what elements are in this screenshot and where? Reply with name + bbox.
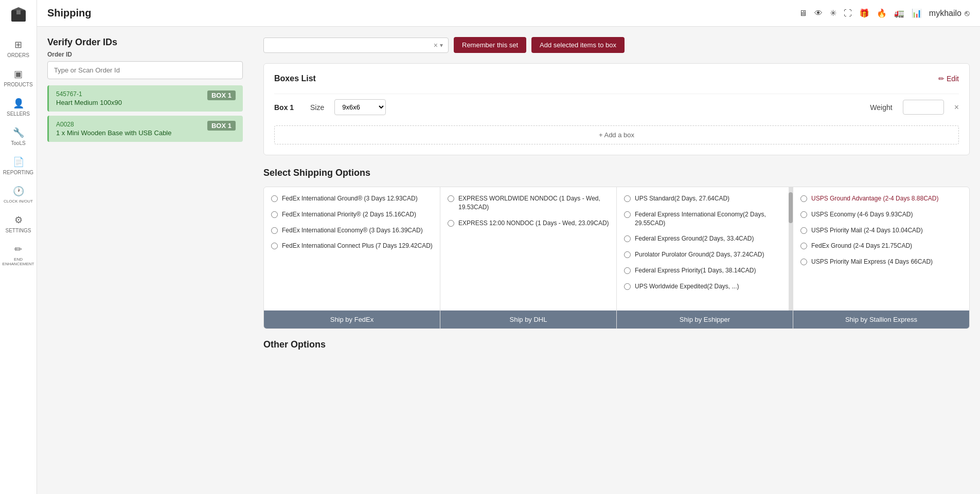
add-box-button[interactable]: + Add a box: [274, 125, 959, 144]
stallion-option-3-label: USPS Priority Mail (2-4 Days 10.04CAD): [811, 226, 923, 235]
order-id-input[interactable]: [47, 61, 243, 79]
sidebar-item-clock-label: CLOCK IN/OUT: [4, 199, 33, 204]
fedex-option-4-label: FedEx International Connect Plus (7 Days…: [282, 242, 433, 250]
monitor-icon[interactable]: 🖥: [799, 9, 807, 18]
products-icon: ▣: [14, 68, 23, 80]
eshipper-scrollbar[interactable]: [789, 187, 793, 310]
box-size-selector[interactable]: 9x6x6 × ▾: [263, 38, 449, 53]
ship-by-dhl-button[interactable]: Ship by DHL: [440, 310, 616, 328]
eshipper-option-3-radio[interactable]: [624, 235, 631, 242]
dhl-column: EXPRESS WORLDWIDE NONDOC (1 Days - Wed, …: [440, 187, 617, 328]
sidebar-item-reporting[interactable]: 📄 REPORTING: [0, 151, 37, 180]
sidebar-item-end-enhancement-label: END ENHANCEMENT: [0, 257, 37, 267]
stallion-option-3-radio[interactable]: [800, 227, 807, 234]
clear-box-icon[interactable]: ×: [434, 41, 438, 49]
eshipper-option-5-radio[interactable]: [624, 267, 631, 274]
box-size-input[interactable]: 9x6x6: [269, 41, 434, 49]
remove-box-button[interactable]: ×: [954, 103, 959, 112]
shipping-option[interactable]: UPS Standard(2 Days, 27.64CAD): [624, 194, 781, 203]
ship-by-fedex-button[interactable]: Ship by FedEx: [264, 310, 440, 328]
fedex-options-list: FedEx International Ground® (3 Days 12.9…: [264, 187, 440, 310]
sidebar: ⊞ ORDERS ▣ PRODUCTS 👤 SELLERS 🔧 TooLS 📄 …: [0, 0, 37, 494]
dhl-option-2-radio[interactable]: [448, 220, 454, 227]
box-weight-input[interactable]: 3.10: [903, 100, 944, 115]
sidebar-item-orders[interactable]: ⊞ ORDERS: [0, 34, 37, 63]
shipping-option[interactable]: FedEx International Economy® (3 Days 16.…: [271, 226, 433, 235]
logout-icon[interactable]: ⎋: [965, 9, 970, 18]
eshipper-option-4-radio[interactable]: [624, 251, 631, 258]
shipping-option[interactable]: USPS Priority Mail Express (4 Days 66CAD…: [800, 258, 962, 266]
order-id-label: Order ID: [47, 51, 243, 58]
order-card: A0028 1 x Mini Wooden Base with USB Cabl…: [47, 116, 243, 142]
add-to-box-button[interactable]: Add selected items to box: [531, 37, 625, 53]
user-menu[interactable]: mykhailo ⎋: [929, 9, 970, 18]
expand-icon[interactable]: ⛶: [844, 9, 852, 18]
stallion-option-2-radio[interactable]: [800, 211, 807, 218]
eshipper-option-5-label: Federal Express Priority(1 Days, 38.14CA…: [635, 266, 756, 275]
eshipper-option-3-label: Federal Express Ground(2 Days, 33.4CAD): [635, 234, 754, 243]
eshipper-option-6-label: UPS Worldwide Expedited(2 Days, ...): [635, 282, 739, 291]
shipping-option[interactable]: Federal Express Ground(2 Days, 33.4CAD): [624, 234, 781, 243]
sidebar-item-tools[interactable]: 🔧 TooLS: [0, 122, 37, 151]
box-icon[interactable]: 🎁: [859, 8, 869, 18]
fedex-option-3-radio[interactable]: [271, 227, 278, 234]
header-toolbar: 🖥 👁 ✳ ⛶ 🎁 🔥 🚛 📊 mykhailo ⎋: [799, 8, 970, 18]
main-container: Shipping 🖥 👁 ✳ ⛶ 🎁 🔥 🚛 📊 mykhailo ⎋ Veri…: [37, 0, 980, 494]
fedex-option-1-label: FedEx International Ground® (3 Days 12.9…: [282, 194, 418, 203]
order-card-box: BOX 1: [207, 121, 236, 131]
edit-button[interactable]: ✏ Edit: [938, 75, 959, 83]
eshipper-option-2-radio[interactable]: [624, 211, 631, 218]
ship-by-stallion-button[interactable]: Ship by Stallion Express: [793, 310, 969, 328]
chevron-down-icon[interactable]: ▾: [440, 42, 443, 49]
order-card: 545767-1 Heart Medium 100x90 BOX 1: [47, 85, 243, 112]
stallion-column: USPS Ground Advantage (2-4 Days 8.88CAD)…: [793, 187, 969, 328]
box-selector-bar: 9x6x6 × ▾ Remember this set Add selected…: [263, 37, 970, 53]
truck-icon[interactable]: 🚛: [894, 8, 904, 18]
shipping-option[interactable]: EXPRESS 12:00 NONDOC (1 Days - Wed, 23.0…: [448, 219, 609, 228]
eye-icon[interactable]: 👁: [814, 9, 823, 18]
stallion-option-1-radio[interactable]: [800, 195, 807, 202]
asterisk-icon[interactable]: ✳: [830, 8, 836, 18]
right-panel: 9x6x6 × ▾ Remember this set Add selected…: [253, 27, 980, 494]
dhl-option-1-label: EXPRESS WORLDWIDE NONDOC (1 Days - Wed, …: [458, 194, 609, 212]
dhl-option-1-radio[interactable]: [448, 195, 454, 202]
sidebar-item-products[interactable]: ▣ PRODUCTS: [0, 63, 37, 93]
eshipper-option-1-radio[interactable]: [624, 195, 631, 202]
eshipper-option-6-radio[interactable]: [624, 283, 631, 290]
sidebar-item-clock[interactable]: 🕐 CLOCK IN/OUT: [0, 180, 37, 209]
box-size-dropdown[interactable]: 9x6x6 8x6x4 10x8x6: [334, 99, 386, 115]
boxes-card-header: Boxes List ✏ Edit: [274, 74, 959, 83]
shipping-option[interactable]: Federal Express International Economy(2 …: [624, 210, 781, 228]
shipping-option[interactable]: EXPRESS WORLDWIDE NONDOC (1 Days - Wed, …: [448, 194, 609, 212]
shipping-option[interactable]: FedEx Ground (2-4 Days 21.75CAD): [800, 242, 962, 250]
stallion-option-5-radio[interactable]: [800, 259, 807, 265]
sidebar-item-sellers[interactable]: 👤 SELLERS: [0, 93, 37, 122]
verify-orders-title: Verify Order IDs: [47, 37, 243, 48]
ship-by-eshipper-button[interactable]: Ship by Eshipper: [617, 310, 793, 328]
shipping-option[interactable]: USPS Priority Mail (2-4 Days 10.04CAD): [800, 226, 962, 235]
eshipper-scroll-thumb: [789, 192, 793, 223]
fire-icon[interactable]: 🔥: [877, 8, 887, 18]
remember-set-button[interactable]: Remember this set: [454, 37, 526, 53]
size-label: Size: [310, 103, 324, 112]
shipping-option[interactable]: FedEx International Connect Plus (7 Days…: [271, 242, 433, 250]
fedex-option-1-radio[interactable]: [271, 195, 278, 202]
sidebar-item-settings[interactable]: ⚙ SETTINGS: [0, 209, 37, 239]
page-title: Shipping: [47, 7, 92, 19]
shipping-option[interactable]: Purolator Purolator Ground(2 Days, 37.24…: [624, 250, 781, 259]
reporting-icon: 📄: [13, 156, 24, 168]
sidebar-item-reporting-label: REPORTING: [3, 170, 33, 175]
shipping-option[interactable]: FedEx International Ground® (3 Days 12.9…: [271, 194, 433, 203]
fedex-option-2-radio[interactable]: [271, 211, 278, 218]
sellers-icon: 👤: [13, 98, 24, 109]
fedex-option-4-radio[interactable]: [271, 243, 278, 249]
shipping-option[interactable]: USPS Ground Advantage (2-4 Days 8.88CAD): [800, 194, 962, 203]
sidebar-item-end-enhancement[interactable]: ✏ END ENHANCEMENT: [0, 239, 37, 272]
box-label: Box 1: [274, 103, 300, 112]
shipping-option[interactable]: FedEx International Priority® (2 Days 15…: [271, 210, 433, 219]
chart-icon[interactable]: 📊: [912, 8, 922, 18]
stallion-option-4-radio[interactable]: [800, 243, 807, 249]
shipping-option[interactable]: USPS Economy (4-6 Days 9.93CAD): [800, 210, 962, 219]
shipping-option[interactable]: Federal Express Priority(1 Days, 38.14CA…: [624, 266, 781, 275]
shipping-option[interactable]: UPS Worldwide Expedited(2 Days, ...): [624, 282, 781, 291]
